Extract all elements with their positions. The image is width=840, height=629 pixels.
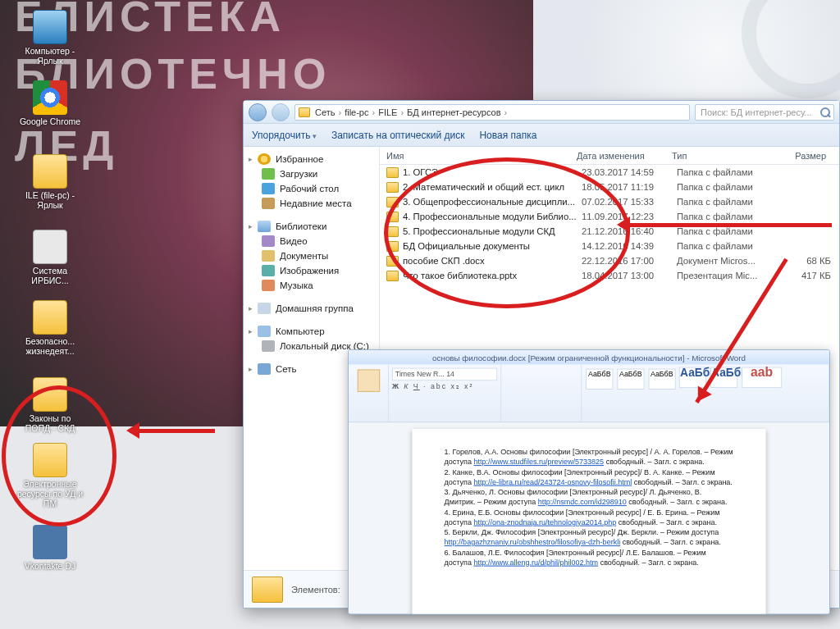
- file-date: 23.03.2017 14:59: [582, 167, 677, 177]
- file-type: Папка с файлами: [677, 182, 782, 192]
- nav-recent[interactable]: Недавние места: [244, 196, 379, 211]
- nav-music[interactable]: Музыка: [244, 278, 379, 293]
- desktop-icon[interactable]: Google Chrome: [16, 80, 84, 126]
- app-icon: [33, 443, 67, 477]
- col-date[interactable]: Дата изменения: [577, 151, 672, 161]
- homegroup-icon: [258, 303, 271, 314]
- folder-icon: [386, 167, 399, 178]
- file-date: 18.05.2017 11:19: [582, 182, 677, 192]
- app-icon: [33, 154, 67, 189]
- hyperlink[interactable]: http://bagazhznaniy.ru/obshhestro/filoso…: [445, 538, 621, 546]
- organize-menu[interactable]: Упорядочить: [252, 130, 317, 141]
- bc-seg[interactable]: БД интернет-ресурсов: [407, 107, 500, 117]
- images-icon: [262, 265, 275, 276]
- file-date: 21.12.2016 16:40: [582, 226, 677, 236]
- word-page: 1. Горелов, А.А. Основы философии [Элект…: [412, 429, 765, 614]
- file-name: 1. ОГСЭ: [403, 167, 582, 177]
- font-group[interactable]: Times New R... 14 Ж К Ч · abc x₂ x²: [389, 365, 501, 422]
- word-ribbon[interactable]: Times New R... 14 Ж К Ч · abc x₂ x² АаБб…: [349, 365, 829, 423]
- burn-button[interactable]: Записать на оптический диск: [331, 130, 465, 141]
- doc-list-item: 5. Беркли, Дж. Философия [Электронный ре…: [445, 529, 734, 548]
- file-name: 2. Математический и общий ест. цикл: [403, 182, 582, 192]
- folder-icon: [252, 577, 283, 603]
- hyperlink[interactable]: http://ona-znodnaja.ru/tehnologiya2014.p…: [473, 517, 616, 526]
- bc-seg[interactable]: FILE: [378, 107, 397, 117]
- nav-video[interactable]: Видео: [244, 234, 379, 248]
- desktop-icon[interactable]: Электронные ресурсы по УД и ПМ: [16, 443, 84, 508]
- app-icon: [33, 377, 67, 412]
- icon-label: Безопасно... жизнедеят...: [16, 336, 84, 356]
- file-row[interactable]: пособие СКП .docx 22.12.2016 17:00 Докум…: [380, 253, 839, 268]
- nav-homegroup[interactable]: ▸Домашняя группа: [244, 301, 379, 316]
- word-titlebar[interactable]: основы философии.docx [Режим ограниченно…: [349, 350, 829, 365]
- bc-seg[interactable]: file-pc: [345, 107, 368, 117]
- file-row[interactable]: 4. Профессиональные модули Библио... 11.…: [380, 209, 839, 224]
- explorer-titlebar[interactable]: Сеть› file-pc› FILE› БД интернет-ресурсо…: [244, 101, 839, 124]
- folder-icon: [386, 226, 399, 237]
- desktop-icon[interactable]: Безопасно... жизнедеят...: [16, 300, 84, 356]
- desktop-icon[interactable]: Компьютер - Ярлык: [16, 10, 84, 66]
- file-name: Что такое библиотека.pptx: [403, 271, 582, 280]
- presentation-bg: [532, 0, 840, 98]
- app-icon: [33, 300, 67, 335]
- hyperlink[interactable]: http://e-libra.ru/read/243724-osnovy-fil…: [473, 477, 632, 485]
- file-date: 18.04.2017 13:00: [582, 271, 677, 280]
- folder-icon: [299, 107, 310, 117]
- search-input[interactable]: Поиск: БД интернет-ресу...: [695, 104, 834, 121]
- desktop-icon[interactable]: ILE (file-pc) - Ярлык: [16, 154, 84, 210]
- paste-button[interactable]: [357, 370, 379, 392]
- bc-seg[interactable]: Сеть: [315, 107, 335, 117]
- desktop-icon[interactable]: Система ИРБИС...: [16, 230, 84, 285]
- icon-label: ILE (file-pc) - Ярлык: [16, 190, 84, 210]
- file-type: Презентация Mic...: [677, 271, 782, 280]
- col-name[interactable]: Имя: [380, 151, 577, 161]
- col-type[interactable]: Тип: [672, 151, 777, 161]
- doc-list-item: 4. Ерина, Е.Б. Основы философии [Электро…: [445, 508, 734, 527]
- styles-group[interactable]: АаБбВ АаБбВ АаБбВ АаБбВ АаБбВ aab: [582, 365, 829, 422]
- column-headers[interactable]: Имя Дата изменения Тип Размер: [380, 147, 839, 165]
- new-folder-button[interactable]: Новая папка: [479, 130, 536, 141]
- icon-label: Vkontakte DJ: [16, 561, 84, 571]
- annotation-arrow-desktop: [130, 429, 215, 433]
- paragraph-group[interactable]: [501, 365, 582, 422]
- file-row[interactable]: 5. Профессиональные модули СКД 21.12.201…: [380, 224, 839, 239]
- file-row[interactable]: 3. Общепрофессиональные дисципли... 07.0…: [380, 194, 839, 209]
- nav-back-button[interactable]: [249, 103, 267, 121]
- disk-icon: [262, 340, 275, 352]
- file-name: БД Официальные документы: [403, 241, 582, 251]
- col-size[interactable]: Размер: [777, 151, 834, 161]
- file-type: Папка с файлами: [677, 167, 782, 177]
- docx-icon: [386, 256, 399, 267]
- file-type: Папка с файлами: [677, 226, 782, 236]
- libraries-icon: [258, 221, 271, 232]
- hyperlink[interactable]: http://www.alleng.ru/d/phil/phil002.htm: [473, 558, 598, 566]
- hyperlink[interactable]: http://www.studfiles.ru/preview/5733825: [473, 458, 604, 466]
- file-row[interactable]: 1. ОГСЭ 23.03.2017 14:59 Папка с файлами: [380, 165, 839, 180]
- desktop-icon: [262, 183, 275, 194]
- file-row[interactable]: 2. Математический и общий ест. цикл 18.0…: [380, 180, 839, 194]
- file-row[interactable]: БД Официальные документы 14.12.2016 14:3…: [380, 239, 839, 253]
- search-placeholder: Поиск: БД интернет-ресу...: [701, 107, 812, 117]
- nav-libraries[interactable]: ▸Библиотеки: [244, 219, 379, 234]
- status-label: Элементов:: [291, 585, 340, 595]
- nav-desktop[interactable]: Рабочий стол: [244, 181, 379, 196]
- file-row[interactable]: Что такое библиотека.pptx 18.04.2017 13:…: [380, 268, 839, 283]
- nav-documents[interactable]: Документы: [244, 248, 379, 263]
- file-date: 07.02.2017 15:33: [582, 197, 677, 207]
- address-bar[interactable]: Сеть› file-pc› FILE› БД интернет-ресурсо…: [294, 104, 690, 121]
- icon-label: Компьютер - Ярлык: [16, 46, 84, 66]
- icon-label: Электронные ресурсы по УД и ПМ: [16, 479, 84, 508]
- doc-list-item: 6. Балашов, Л.Е. Философия [Электронный …: [445, 549, 734, 567]
- hyperlink[interactable]: http://nsmdc.com/id298910: [538, 498, 627, 506]
- nav-favorites[interactable]: ▸Избранное: [244, 152, 379, 166]
- nav-downloads[interactable]: Загрузки: [244, 166, 379, 181]
- music-icon: [262, 280, 275, 291]
- nav-images[interactable]: Изображения: [244, 263, 379, 278]
- nav-computer[interactable]: ▸Компьютер: [244, 324, 379, 339]
- download-icon: [262, 168, 275, 180]
- app-icon: [33, 230, 67, 264]
- file-type: Папка с файлами: [677, 197, 782, 207]
- desktop-icon[interactable]: Законы по ПОПД - СКД: [16, 377, 84, 433]
- desktop-icon[interactable]: Vkontakte DJ: [16, 525, 84, 571]
- nav-forward-button[interactable]: [272, 103, 290, 121]
